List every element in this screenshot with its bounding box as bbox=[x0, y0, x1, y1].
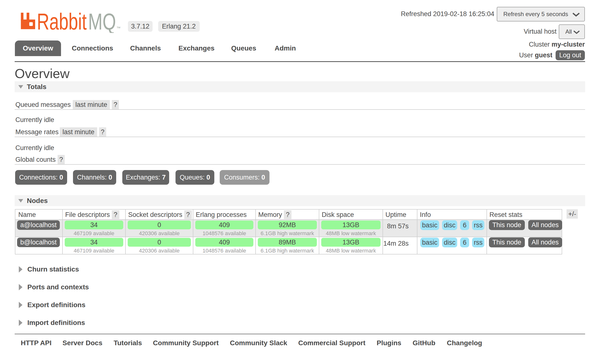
svg-text:MQ: MQ bbox=[88, 11, 116, 33]
svg-text:™: ™ bbox=[116, 26, 121, 30]
svg-text:Rabbit: Rabbit bbox=[37, 11, 87, 33]
